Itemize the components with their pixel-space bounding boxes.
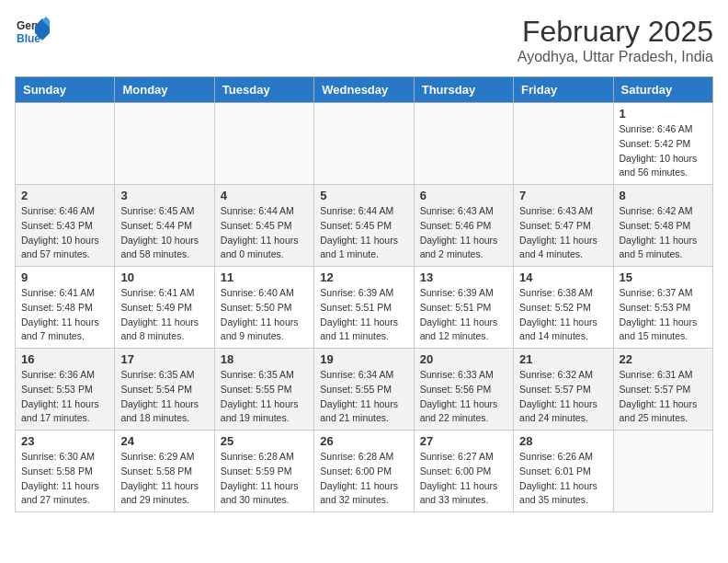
day-info: Sunrise: 6:26 AM Sunset: 6:01 PM Dayligh… (519, 450, 607, 508)
calendar-cell (414, 103, 513, 185)
day-info: Sunrise: 6:37 AM Sunset: 5:53 PM Dayligh… (620, 286, 707, 344)
day-info: Sunrise: 6:35 AM Sunset: 5:55 PM Dayligh… (221, 368, 308, 426)
weekday-header: Tuesday (214, 77, 313, 103)
day-number: 9 (21, 270, 108, 284)
weekday-header: Monday (115, 77, 214, 103)
day-info: Sunrise: 6:46 AM Sunset: 5:43 PM Dayligh… (21, 204, 108, 262)
day-number: 22 (620, 352, 707, 366)
day-info: Sunrise: 6:41 AM Sunset: 5:48 PM Dayligh… (21, 286, 108, 344)
calendar: SundayMondayTuesdayWednesdayThursdayFrid… (15, 76, 713, 512)
day-info: Sunrise: 6:42 AM Sunset: 5:48 PM Dayligh… (620, 204, 707, 262)
day-info: Sunrise: 6:28 AM Sunset: 6:00 PM Dayligh… (320, 450, 407, 508)
day-number: 13 (420, 270, 507, 284)
calendar-cell: 1Sunrise: 6:46 AM Sunset: 5:42 PM Daylig… (613, 103, 712, 185)
calendar-cell (314, 103, 414, 185)
calendar-cell: 22Sunrise: 6:31 AM Sunset: 5:57 PM Dayli… (613, 349, 712, 431)
calendar-cell: 14Sunrise: 6:38 AM Sunset: 5:52 PM Dayli… (514, 267, 613, 349)
day-info: Sunrise: 6:29 AM Sunset: 5:58 PM Dayligh… (120, 450, 208, 508)
day-number: 28 (519, 434, 607, 448)
day-number: 12 (320, 270, 407, 284)
weekday-header: Thursday (414, 77, 513, 103)
calendar-cell (214, 103, 313, 185)
calendar-cell: 15Sunrise: 6:37 AM Sunset: 5:53 PM Dayli… (613, 267, 712, 349)
calendar-cell: 19Sunrise: 6:34 AM Sunset: 5:55 PM Dayli… (314, 349, 414, 431)
day-info: Sunrise: 6:38 AM Sunset: 5:52 PM Dayligh… (519, 286, 607, 344)
month-title: February 2025 (518, 15, 713, 49)
calendar-cell (613, 431, 712, 512)
day-number: 16 (21, 352, 108, 366)
day-info: Sunrise: 6:36 AM Sunset: 5:53 PM Dayligh… (21, 368, 108, 426)
day-number: 5 (320, 189, 407, 202)
day-info: Sunrise: 6:33 AM Sunset: 5:56 PM Dayligh… (420, 368, 507, 426)
day-number: 26 (320, 434, 407, 448)
day-number: 11 (221, 270, 308, 284)
day-number: 17 (120, 352, 208, 366)
calendar-cell (16, 103, 115, 185)
day-info: Sunrise: 6:40 AM Sunset: 5:50 PM Dayligh… (221, 286, 308, 344)
calendar-cell: 17Sunrise: 6:35 AM Sunset: 5:54 PM Dayli… (115, 349, 214, 431)
calendar-cell: 25Sunrise: 6:28 AM Sunset: 5:59 PM Dayli… (214, 431, 313, 512)
day-number: 15 (620, 270, 707, 284)
day-number: 18 (221, 352, 308, 366)
calendar-week-row: 16Sunrise: 6:36 AM Sunset: 5:53 PM Dayli… (16, 349, 713, 431)
calendar-week-row: 1Sunrise: 6:46 AM Sunset: 5:42 PM Daylig… (16, 103, 713, 185)
calendar-cell: 11Sunrise: 6:40 AM Sunset: 5:50 PM Dayli… (214, 267, 313, 349)
calendar-cell: 23Sunrise: 6:30 AM Sunset: 5:58 PM Dayli… (16, 431, 115, 512)
day-number: 21 (519, 352, 607, 366)
day-info: Sunrise: 6:34 AM Sunset: 5:55 PM Dayligh… (320, 368, 407, 426)
day-number: 6 (420, 189, 507, 202)
calendar-cell: 9Sunrise: 6:41 AM Sunset: 5:48 PM Daylig… (16, 267, 115, 349)
calendar-cell: 2Sunrise: 6:46 AM Sunset: 5:43 PM Daylig… (16, 185, 115, 267)
calendar-cell: 8Sunrise: 6:42 AM Sunset: 5:48 PM Daylig… (613, 185, 712, 267)
calendar-cell: 18Sunrise: 6:35 AM Sunset: 5:55 PM Dayli… (214, 349, 313, 431)
calendar-cell: 21Sunrise: 6:32 AM Sunset: 5:57 PM Dayli… (514, 349, 613, 431)
title-area: February 2025 Ayodhya, Uttar Pradesh, In… (518, 15, 713, 65)
day-number: 23 (21, 434, 108, 448)
calendar-cell: 12Sunrise: 6:39 AM Sunset: 5:51 PM Dayli… (314, 267, 414, 349)
weekday-header-row: SundayMondayTuesdayWednesdayThursdayFrid… (16, 77, 713, 103)
calendar-cell: 7Sunrise: 6:43 AM Sunset: 5:47 PM Daylig… (514, 185, 613, 267)
weekday-header: Friday (514, 77, 613, 103)
location-title: Ayodhya, Uttar Pradesh, India (518, 49, 713, 65)
day-info: Sunrise: 6:31 AM Sunset: 5:57 PM Dayligh… (620, 368, 707, 426)
calendar-week-row: 2Sunrise: 6:46 AM Sunset: 5:43 PM Daylig… (16, 185, 713, 267)
calendar-cell: 28Sunrise: 6:26 AM Sunset: 6:01 PM Dayli… (514, 431, 613, 512)
day-info: Sunrise: 6:39 AM Sunset: 5:51 PM Dayligh… (420, 286, 507, 344)
day-number: 20 (420, 352, 507, 366)
calendar-cell (115, 103, 214, 185)
day-info: Sunrise: 6:43 AM Sunset: 5:47 PM Dayligh… (519, 204, 607, 262)
weekday-header: Sunday (16, 77, 115, 103)
day-info: Sunrise: 6:45 AM Sunset: 5:44 PM Dayligh… (120, 204, 208, 262)
calendar-cell: 24Sunrise: 6:29 AM Sunset: 5:58 PM Dayli… (115, 431, 214, 512)
calendar-cell: 5Sunrise: 6:44 AM Sunset: 5:45 PM Daylig… (314, 185, 414, 267)
weekday-header: Saturday (613, 77, 712, 103)
calendar-cell: 6Sunrise: 6:43 AM Sunset: 5:46 PM Daylig… (414, 185, 513, 267)
day-number: 14 (519, 270, 607, 284)
day-info: Sunrise: 6:41 AM Sunset: 5:49 PM Dayligh… (120, 286, 208, 344)
calendar-week-row: 23Sunrise: 6:30 AM Sunset: 5:58 PM Dayli… (16, 431, 713, 512)
calendar-cell: 16Sunrise: 6:36 AM Sunset: 5:53 PM Dayli… (16, 349, 115, 431)
calendar-cell: 27Sunrise: 6:27 AM Sunset: 6:00 PM Dayli… (414, 431, 513, 512)
day-info: Sunrise: 6:28 AM Sunset: 5:59 PM Dayligh… (221, 450, 308, 508)
day-info: Sunrise: 6:43 AM Sunset: 5:46 PM Dayligh… (420, 204, 507, 262)
day-info: Sunrise: 6:46 AM Sunset: 5:42 PM Dayligh… (620, 122, 707, 180)
day-number: 1 (620, 107, 707, 121)
day-number: 19 (320, 352, 407, 366)
header: General Blue February 2025 Ayodhya, Utta… (15, 15, 713, 65)
day-info: Sunrise: 6:35 AM Sunset: 5:54 PM Dayligh… (120, 368, 208, 426)
calendar-cell: 13Sunrise: 6:39 AM Sunset: 5:51 PM Dayli… (414, 267, 513, 349)
day-number: 4 (221, 189, 308, 202)
day-number: 10 (120, 270, 208, 284)
day-number: 8 (620, 189, 707, 202)
calendar-cell: 20Sunrise: 6:33 AM Sunset: 5:56 PM Dayli… (414, 349, 513, 431)
weekday-header: Wednesday (314, 77, 414, 103)
calendar-cell (514, 103, 613, 185)
day-number: 2 (21, 189, 108, 202)
calendar-cell: 4Sunrise: 6:44 AM Sunset: 5:45 PM Daylig… (214, 185, 313, 267)
day-number: 7 (519, 189, 607, 202)
day-info: Sunrise: 6:39 AM Sunset: 5:51 PM Dayligh… (320, 286, 407, 344)
calendar-cell: 3Sunrise: 6:45 AM Sunset: 5:44 PM Daylig… (115, 185, 214, 267)
day-info: Sunrise: 6:44 AM Sunset: 5:45 PM Dayligh… (320, 204, 407, 262)
day-number: 24 (120, 434, 208, 448)
day-number: 25 (221, 434, 308, 448)
